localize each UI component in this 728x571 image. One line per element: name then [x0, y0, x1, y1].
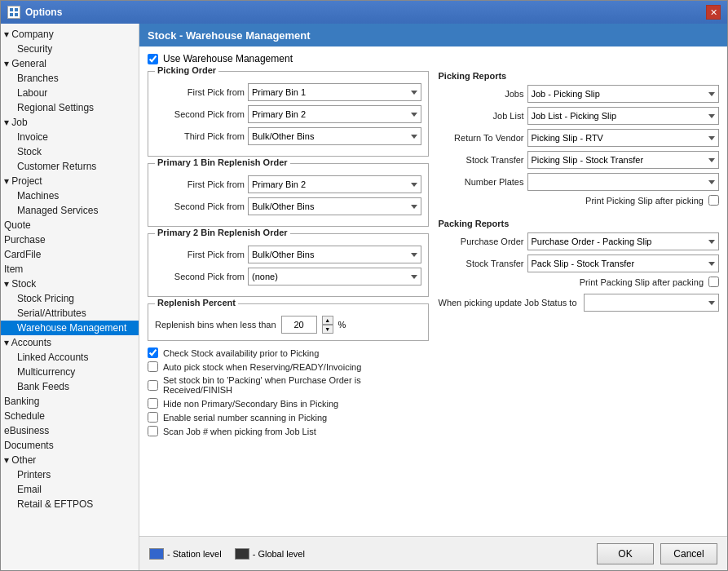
close-button[interactable]: ✕: [706, 5, 721, 20]
pr-rtv-select[interactable]: Picking Slip - RTV: [527, 129, 720, 147]
p1-second-select[interactable]: Primary Bin 1Primary Bin 2Bulk/Other Bin…: [248, 197, 421, 215]
sidebar-item-job[interactable]: ▾ Job: [1, 115, 139, 130]
sidebar-item-stock_pricing[interactable]: Stock Pricing: [1, 291, 139, 306]
replenish-input[interactable]: [281, 316, 317, 334]
pr-jobs-select[interactable]: Job - Picking Slip: [527, 85, 720, 103]
content-header: Stock - Warehouse Management: [139, 24, 727, 46]
pr-joblist-select[interactable]: Job List - Picking Slip: [527, 107, 720, 125]
picking-first-row: First Pick from Primary Bin 1Primary Bin…: [155, 83, 421, 101]
sidebar-item-purchase[interactable]: Purchase: [1, 232, 139, 247]
sidebar-item-bank_feeds[interactable]: Bank Feeds: [1, 379, 139, 394]
checkbox-label-cb6: Scan Job # when picking from Job List: [163, 427, 316, 436]
sidebar-item-banking[interactable]: Banking: [1, 394, 139, 409]
p1-first-label: First Pick from: [155, 179, 245, 189]
cancel-button[interactable]: Cancel: [660, 543, 717, 564]
checkbox-label-cb5: Enable serial number scanning in Picking: [163, 413, 327, 423]
sidebar-item-managed_services[interactable]: Managed Services: [1, 203, 139, 218]
svg-rect-0: [10, 8, 13, 11]
checkbox-cb2[interactable]: [148, 361, 158, 372]
picking-third-select[interactable]: Primary Bin 1Primary Bin 2Bulk/Other Bin…: [248, 127, 421, 145]
sidebar-item-item[interactable]: Item: [1, 262, 139, 277]
sidebar-item-stock[interactable]: ▾ Stock: [1, 277, 139, 291]
sidebar-item-company[interactable]: ▾ Company: [1, 27, 139, 42]
sidebar-item-stock_job[interactable]: Stock: [1, 144, 139, 159]
print-packing-checkbox[interactable]: [708, 277, 719, 287]
checkboxes-section: Check Stock availability prior to Pickin…: [148, 347, 429, 436]
p1-first-select[interactable]: Primary Bin 1Primary Bin 2Bulk/Other Bin…: [248, 175, 421, 193]
sidebar-item-accounts[interactable]: ▾ Accounts: [1, 335, 139, 350]
checkbox-cb3[interactable]: [148, 380, 158, 391]
sidebar-item-machines[interactable]: Machines: [1, 188, 139, 203]
content-area: Stock - Warehouse Management Use Warehou…: [139, 24, 727, 570]
ok-button[interactable]: OK: [597, 543, 654, 564]
sidebar-item-serial_attrs[interactable]: Serial/Attributes: [1, 306, 139, 321]
print-packing-label: Print Packing Slip after packing: [580, 277, 704, 287]
picking-first-select[interactable]: Primary Bin 1Primary Bin 2Bulk/Other Bin…: [248, 83, 421, 101]
sidebar-item-email[interactable]: Email: [1, 482, 139, 497]
p1-second-label: Second Pick from: [155, 201, 245, 211]
footer-buttons: OK Cancel: [597, 543, 717, 564]
checkbox-cb5[interactable]: [148, 412, 158, 423]
main-content: ▾ CompanySecurity▾ GeneralBranchesLabour…: [1, 24, 727, 570]
p1-second-row: Second Pick from Primary Bin 1Primary Bi…: [155, 197, 421, 215]
picking-third-row: Third Pick from Primary Bin 1Primary Bin…: [155, 127, 421, 145]
sidebar-item-project[interactable]: ▾ Project: [1, 174, 139, 188]
checkbox-cb4[interactable]: [148, 398, 158, 409]
checkbox-cb1[interactable]: [148, 347, 158, 358]
sidebar-item-security[interactable]: Security: [1, 42, 139, 56]
sidebar-item-invoice[interactable]: Invoice: [1, 130, 139, 144]
picking-third-label: Third Pick from: [155, 131, 245, 141]
p2-second-select[interactable]: Primary Bin 1Primary Bin 2Bulk/Other Bin…: [248, 268, 421, 286]
sidebar-item-quote[interactable]: Quote: [1, 218, 139, 232]
picking-order-group: Picking Order First Pick from Primary Bi…: [148, 71, 429, 157]
use-warehouse-checkbox[interactable]: [148, 54, 158, 64]
sidebar-item-warehouse_mgmt[interactable]: Warehouse Management: [1, 321, 139, 335]
sidebar-item-general[interactable]: ▾ General: [1, 56, 139, 71]
spin-up-button[interactable]: ▲: [322, 316, 333, 325]
sidebar-item-multicurrency[interactable]: Multicurrency: [1, 365, 139, 379]
picking-reports-section: Picking Reports Jobs Job - Picking Slip …: [439, 71, 720, 206]
primary1-replenish-group: Primary 1 Bin Replenish Order First Pick…: [148, 163, 429, 227]
global-legend-label: - Global level: [253, 549, 305, 559]
sidebar-item-cardfile[interactable]: CardFile: [1, 247, 139, 262]
pack-po-select[interactable]: Purchase Order - Packing Slip: [527, 232, 720, 250]
checkbox-row-cb1: Check Stock availability prior to Pickin…: [148, 347, 429, 358]
sidebar-item-ebusiness[interactable]: eBusiness: [1, 423, 139, 438]
print-picking-checkbox[interactable]: [708, 195, 719, 206]
sidebar-item-documents[interactable]: Documents: [1, 438, 139, 453]
pr-plates-select[interactable]: [527, 173, 720, 191]
sidebar-item-other[interactable]: ▾ Other: [1, 453, 139, 467]
sidebar-item-customer_returns[interactable]: Customer Returns: [1, 159, 139, 174]
pack-transfer-select[interactable]: Pack Slip - Stock Transfer: [527, 255, 720, 272]
sidebar-item-regional[interactable]: Regional Settings: [1, 100, 139, 115]
pr-transfer-select[interactable]: Picking Slip - Stock Transfer: [527, 151, 720, 169]
when-picking-select[interactable]: [584, 294, 720, 312]
two-col-layout: Picking Order First Pick from Primary Bi…: [148, 71, 719, 440]
sidebar-item-linked_accounts[interactable]: Linked Accounts: [1, 350, 139, 365]
when-picking-row: When picking update Job Status to: [439, 294, 720, 312]
sidebar-item-printers[interactable]: Printers: [1, 467, 139, 482]
p2-first-select[interactable]: Primary Bin 1Primary Bin 2Bulk/Other Bin…: [248, 246, 421, 263]
primary1-title: Primary 1 Bin Replenish Order: [155, 157, 290, 167]
checkbox-label-cb2: Auto pick stock when Reserving/READY/Inv…: [163, 362, 361, 372]
sidebar-item-labour[interactable]: Labour: [1, 86, 139, 100]
picking-second-row: Second Pick from Primary Bin 1Primary Bi…: [155, 105, 421, 123]
sidebar-item-retail_eftpos[interactable]: Retail & EFTPOS: [1, 497, 139, 511]
picking-reports-title: Picking Reports: [439, 71, 720, 81]
replenish-percent-group: Replenish Percent Replenish bins when le…: [148, 303, 429, 341]
p2-second-label: Second Pick from: [155, 272, 245, 281]
checkbox-row-cb6: Scan Job # when picking from Job List: [148, 426, 429, 436]
pr-jobs-row: Jobs Job - Picking Slip: [439, 85, 720, 103]
sidebar: ▾ CompanySecurity▾ GeneralBranchesLabour…: [1, 24, 139, 570]
svg-rect-1: [15, 8, 18, 11]
print-picking-label: Print Picking Slip after picking: [585, 196, 704, 206]
checkbox-cb6[interactable]: [148, 426, 158, 436]
picking-second-select[interactable]: Primary Bin 1Primary Bin 2Bulk/Other Bin…: [248, 105, 421, 123]
left-column: Picking Order First Pick from Primary Bi…: [148, 71, 429, 440]
spin-down-button[interactable]: ▼: [322, 325, 333, 334]
pack-po-row: Purchase Order Purchase Order - Packing …: [439, 232, 720, 250]
sidebar-item-branches[interactable]: Branches: [1, 71, 139, 86]
print-picking-row: Print Picking Slip after picking: [439, 195, 720, 206]
sidebar-item-schedule[interactable]: Schedule: [1, 409, 139, 423]
global-legend-item: - Global level: [235, 548, 305, 560]
